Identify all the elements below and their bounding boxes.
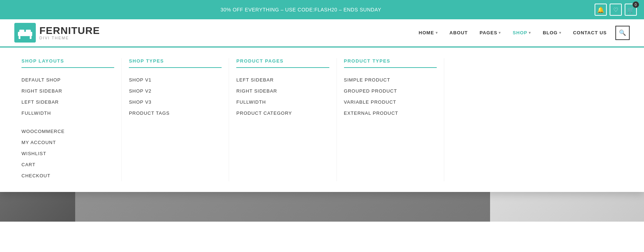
- menu-item-woocommerce[interactable]: WOOCOMMERCE: [21, 126, 114, 137]
- chevron-down-icon: ▾: [559, 31, 561, 35]
- page-content: SHOP LAYOUTS DEFAULT SHOP RIGHT SIDEBAR …: [0, 46, 644, 252]
- cart-icon: 🛒: [627, 6, 635, 13]
- menu-item-grouped-product[interactable]: GROUPED PRODUCT: [344, 85, 437, 97]
- svg-rect-2: [26, 30, 31, 33]
- shop-types-title: SHOP TYPES: [129, 58, 222, 68]
- nav-home[interactable]: HOME ▾: [414, 26, 443, 39]
- svg-rect-3: [19, 36, 20, 39]
- bell-icon-btn[interactable]: 🔔: [595, 4, 607, 16]
- menu-item-shop-v3[interactable]: SHOP V3: [129, 97, 222, 108]
- product-pages-title: PRODUCT PAGES: [236, 58, 329, 68]
- search-icon: 🔍: [619, 29, 626, 36]
- menu-item-default-shop[interactable]: DEFAULT SHOP: [21, 74, 114, 85]
- header-icon-group: 🔔 ♡ 🛒 0: [595, 4, 637, 16]
- menu-item-product-tags[interactable]: PRODUCT TAGS: [129, 108, 222, 119]
- menu-item-pages-left-sidebar[interactable]: LEFT SIDEBAR: [236, 74, 329, 85]
- bell-icon: 🔔: [597, 6, 605, 13]
- nav-shop[interactable]: SHOP ▾: [508, 26, 536, 39]
- mega-col-product-pages: PRODUCT PAGES LEFT SIDEBAR RIGHT SIDEBAR…: [229, 58, 336, 181]
- menu-item-cart[interactable]: CART: [21, 159, 114, 170]
- heart-icon: ♡: [613, 6, 619, 13]
- svg-rect-4: [30, 36, 32, 39]
- search-button[interactable]: 🔍: [615, 26, 630, 40]
- mega-col-shop-layouts: SHOP LAYOUTS DEFAULT SHOP RIGHT SIDEBAR …: [14, 58, 122, 181]
- cart-icon-btn[interactable]: 🛒 0: [625, 4, 637, 16]
- nav-blog[interactable]: BLOG ▾: [538, 26, 566, 39]
- logo-text: FERNITURE DIVI THEME: [39, 26, 100, 40]
- wishlist-icon-btn[interactable]: ♡: [610, 4, 622, 16]
- menu-item-my-account[interactable]: MY ACCOUNT: [21, 137, 114, 148]
- menu-item-wishlist[interactable]: WISHLIST: [21, 148, 114, 159]
- menu-item-shop-v2[interactable]: SHOP V2: [129, 85, 222, 97]
- nav-contact[interactable]: CONTACT US: [568, 26, 612, 39]
- cart-badge: 0: [633, 1, 639, 8]
- menu-item-shop-v1[interactable]: SHOP V1: [129, 74, 222, 85]
- menu-item-right-sidebar[interactable]: RIGHT SIDEBAR: [21, 85, 114, 97]
- shop-layouts-title: SHOP LAYOUTS: [21, 58, 114, 68]
- nav-about[interactable]: ABOUT: [445, 26, 473, 39]
- menu-item-product-category[interactable]: PRODUCT CATEGORY: [236, 108, 329, 119]
- menu-item-variable-product[interactable]: VARIABLE PRODUCT: [344, 97, 437, 108]
- mega-menu: SHOP LAYOUTS DEFAULT SHOP RIGHT SIDEBAR …: [0, 46, 644, 192]
- mega-col-product-types: PRODUCT TYPES SIMPLE PRODUCT GROUPED PRO…: [337, 58, 444, 181]
- chevron-down-icon: ▾: [436, 31, 438, 35]
- mega-menu-empty-area: [444, 58, 630, 181]
- chevron-down-icon: ▾: [529, 31, 531, 35]
- menu-item-external-product[interactable]: EXTERNAL PRODUCT: [344, 108, 437, 119]
- chevron-down-icon: ▾: [499, 31, 501, 35]
- logo-subtitle: DIVI THEME: [39, 36, 100, 40]
- logo[interactable]: FERNITURE DIVI THEME: [14, 23, 100, 43]
- logo-icon: [14, 23, 36, 43]
- mega-col-shop-types: SHOP TYPES SHOP V1 SHOP V2 SHOP V3 PRODU…: [122, 58, 229, 181]
- menu-item-left-sidebar[interactable]: LEFT SIDEBAR: [21, 97, 114, 108]
- menu-item-pages-fullwidth[interactable]: FULLWIDTH: [236, 97, 329, 108]
- main-nav: HOME ▾ ABOUT PAGES ▾ SHOP ▾ BLOG ▾ CONTA…: [414, 26, 612, 39]
- logo-name: FERNITURE: [39, 26, 100, 36]
- menu-item-pages-right-sidebar[interactable]: RIGHT SIDEBAR: [236, 85, 329, 97]
- menu-item-fullwidth[interactable]: FULLWIDTH: [21, 108, 114, 119]
- announcement-text: 30% OFF EVERYTHING – USE CODE:FLASH20 – …: [221, 7, 381, 13]
- announcement-bar: 30% OFF EVERYTHING – USE CODE:FLASH20 – …: [0, 0, 644, 19]
- product-types-title: PRODUCT TYPES: [344, 58, 437, 68]
- header: FERNITURE DIVI THEME HOME ▾ ABOUT PAGES …: [0, 19, 644, 46]
- nav-pages[interactable]: PAGES ▾: [475, 26, 506, 39]
- svg-rect-1: [19, 30, 24, 33]
- menu-item-simple-product[interactable]: SIMPLE PRODUCT: [344, 74, 437, 85]
- menu-item-checkout[interactable]: CHECKOUT: [21, 170, 114, 181]
